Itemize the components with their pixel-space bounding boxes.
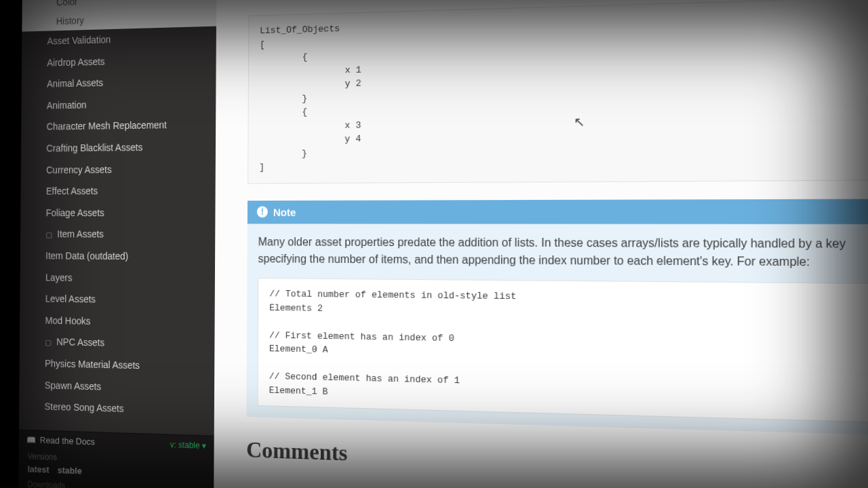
rtd-downloads-heading: Downloads [27,479,204,488]
sidebar-item-label: Item Assets [57,228,104,239]
rtd-version-latest[interactable]: latest [28,464,50,474]
code-example-list-of-objects: List_Of_Objects [ { x 1 y 2 } { x 3 y 4 … [248,0,868,184]
sidebar-item-character-mesh-replacement[interactable]: Character Mesh Replacement [21,114,216,138]
sidebar-item-label: NPC Assets [56,336,104,348]
sidebar-item-animation[interactable]: Animation [21,92,216,117]
note-admonition: ! Note Many older asset properties preda… [246,199,868,435]
sidebar-item-level-assets[interactable]: Level Assets [20,288,215,312]
sidebar-item-stereo-song-assets[interactable]: Stereo Song Assets [19,396,214,423]
sidebar-item-item-assets[interactable]: Item Assets [20,224,215,246]
sidebar-item-mod-hooks[interactable]: Mod Hooks [20,310,215,334]
rtd-label: Read the Docs [40,435,95,447]
sidebar: Color History Asset Validation Airdrop A… [18,0,216,488]
section-heading-comments: Comments [246,436,868,485]
sidebar-item-foliage-assets[interactable]: Foliage Assets [20,202,215,224]
code-example-old-style-list: // Total number of elements in old-style… [257,278,868,423]
sidebar-nav: Asset Validation Airdrop Assets Animal A… [19,26,216,436]
book-icon: Read the Docs [26,434,95,447]
sidebar-item-crafting-blacklist-assets[interactable]: Crafting Blacklist Assets [21,136,216,160]
rtd-version-stable[interactable]: stable [58,465,82,476]
sidebar-item-effect-assets[interactable]: Effect Assets [20,180,215,203]
rtd-version-selector[interactable]: v: stable [170,439,206,450]
info-icon: ! [257,206,268,218]
note-body: Many older asset properties predate the … [246,224,868,436]
sidebar-item-layers[interactable]: Layers [20,267,216,291]
rtd-flyout-panel: Versions latest stable Downloads [18,449,214,488]
sidebar-item-currency-assets[interactable]: Currency Assets [21,158,216,181]
note-body-text: Many older asset properties predate the … [258,235,846,268]
note-title-bar: ! Note [248,199,868,224]
sidebar-item-item-data-outdated[interactable]: Item Data (outdated) [20,245,215,268]
note-title-text: Note [273,206,296,218]
main-content: Lists can also contain dictionaries as s… [214,0,868,488]
sidebar-item-animal-assets[interactable]: Animal Assets [22,70,216,96]
